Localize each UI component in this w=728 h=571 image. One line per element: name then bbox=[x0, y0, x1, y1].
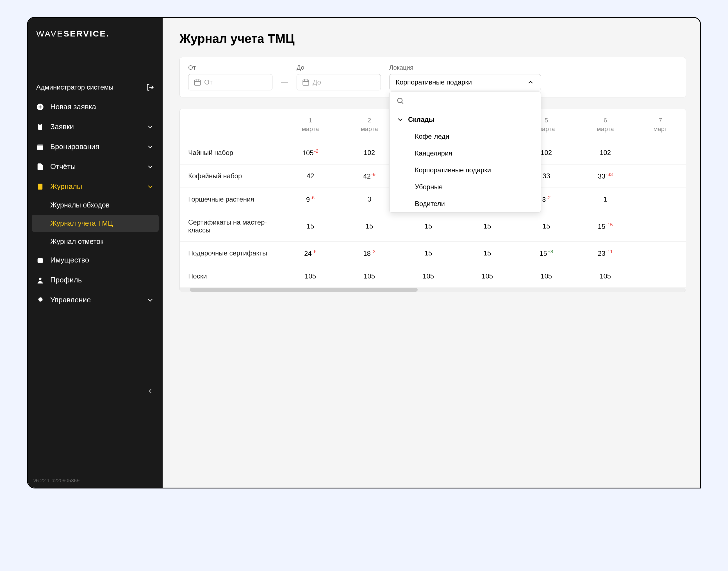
chevron-down-icon bbox=[146, 123, 154, 131]
location-label: Локация bbox=[389, 64, 541, 71]
to-placeholder: До bbox=[313, 78, 321, 86]
nav-label: Отчёты bbox=[50, 162, 76, 171]
cell-value: 1 bbox=[576, 188, 635, 211]
brand-logo: WAVESERVICE. bbox=[28, 18, 163, 50]
column-header: 6марта bbox=[576, 109, 635, 141]
horizontal-scrollbar[interactable] bbox=[180, 288, 686, 292]
cell-value: 15+8 bbox=[517, 241, 576, 265]
nav-label: Бронирования bbox=[50, 142, 99, 151]
dropdown-item[interactable]: Уборные bbox=[390, 179, 541, 195]
cell-value: 15 bbox=[458, 241, 517, 265]
cell-value bbox=[635, 211, 686, 241]
svg-rect-4 bbox=[37, 144, 43, 146]
nav-journals[interactable]: Журналы bbox=[28, 177, 163, 197]
nav-label: Журналы bbox=[50, 182, 82, 191]
to-date-input[interactable]: До bbox=[297, 74, 381, 90]
cell-value bbox=[635, 141, 686, 164]
clipboard-icon bbox=[36, 123, 44, 131]
cell-value: 42 bbox=[281, 164, 340, 188]
cell-value: 9-6 bbox=[281, 188, 340, 211]
svg-point-11 bbox=[398, 98, 402, 103]
cell-value: 105 bbox=[281, 265, 340, 288]
filters-panel: От От — До До Локация Корпоративные пода… bbox=[180, 57, 686, 97]
box-icon bbox=[36, 256, 44, 264]
row-name: Носки bbox=[180, 265, 281, 288]
dropdown-search[interactable] bbox=[390, 92, 541, 111]
nav-new-request[interactable]: Новая заявка bbox=[28, 97, 163, 117]
calendar-icon bbox=[302, 78, 310, 86]
cell-value bbox=[635, 241, 686, 265]
from-date-input[interactable]: От bbox=[188, 74, 273, 90]
svg-rect-5 bbox=[38, 184, 42, 190]
brand-part2: SERVICE. bbox=[64, 29, 110, 38]
nav-management[interactable]: Управление bbox=[28, 290, 163, 310]
column-header: 1марта bbox=[281, 109, 340, 141]
cell-value: 15 bbox=[458, 211, 517, 241]
gear-icon bbox=[36, 296, 44, 304]
version-label: v6.22.1 b220905369 bbox=[28, 474, 163, 488]
cell-value: 102 bbox=[576, 141, 635, 164]
calendar-icon bbox=[194, 78, 201, 86]
cell-value bbox=[635, 265, 686, 288]
svg-rect-9 bbox=[195, 80, 201, 85]
location-dropdown: Склады Кофе-ледиКанцелярияКорпоративные … bbox=[389, 92, 541, 213]
cell-value: 15-15 bbox=[576, 211, 635, 241]
chevron-down-icon bbox=[146, 143, 154, 151]
cell-value bbox=[635, 164, 686, 188]
cell-value: 18-3 bbox=[340, 241, 399, 265]
cell-value: 23-11 bbox=[576, 241, 635, 265]
nav-sub-tmc[interactable]: Журнал учета ТМЦ bbox=[32, 215, 159, 232]
cell-value: 15 bbox=[340, 211, 399, 241]
row-name: Сертификаты на мастер-классы bbox=[180, 211, 281, 241]
cell-value bbox=[635, 188, 686, 211]
table-row: Подарочные сертифакты24-618-3151515+823-… bbox=[180, 241, 686, 265]
nav-bookings[interactable]: Бронирования bbox=[28, 137, 163, 157]
nav-requests[interactable]: Заявки bbox=[28, 117, 163, 137]
nav-label: Управление bbox=[50, 296, 91, 304]
cell-value: 105 bbox=[458, 265, 517, 288]
document-icon bbox=[36, 163, 44, 171]
cell-value: 15 bbox=[517, 211, 576, 241]
cell-value: 15 bbox=[399, 211, 458, 241]
table-row: Носки105105105105105105 bbox=[180, 265, 686, 288]
cell-value: 15 bbox=[399, 241, 458, 265]
logout-icon[interactable] bbox=[146, 83, 154, 91]
chevron-down-icon bbox=[396, 116, 404, 123]
cell-value: 24-6 bbox=[281, 241, 340, 265]
cell-value: 105 bbox=[399, 265, 458, 288]
row-name: Горшечные растения bbox=[180, 188, 281, 211]
location-select[interactable]: Корпоративные подарки bbox=[389, 74, 541, 90]
plus-circle-icon bbox=[36, 103, 44, 111]
nav-reports[interactable]: Отчёты bbox=[28, 157, 163, 177]
to-label: До bbox=[297, 64, 381, 71]
nav-assets[interactable]: Имущество bbox=[28, 250, 163, 270]
nav-label: Профиль bbox=[50, 276, 82, 284]
dropdown-item[interactable]: Корпоративные подарки bbox=[390, 162, 541, 179]
cell-value: 33-33 bbox=[576, 164, 635, 188]
user-role-label: Администратор системы bbox=[36, 83, 113, 91]
main-content: Журнал учета ТМЦ От От — До До Локация bbox=[163, 18, 700, 488]
dropdown-item[interactable]: Водители bbox=[390, 195, 541, 212]
chevron-down-icon bbox=[146, 296, 154, 304]
cell-value: 105 bbox=[576, 265, 635, 288]
dropdown-group-label: Склады bbox=[408, 116, 434, 123]
cell-value: 105 bbox=[517, 265, 576, 288]
svg-point-7 bbox=[39, 277, 41, 280]
collapse-sidebar[interactable] bbox=[28, 384, 163, 400]
from-label: От bbox=[188, 64, 273, 71]
scrollbar-thumb[interactable] bbox=[190, 288, 418, 292]
calendar-icon bbox=[36, 143, 44, 151]
dropdown-group-toggle[interactable]: Склады bbox=[390, 111, 541, 128]
dropdown-item[interactable]: Кофе-леди bbox=[390, 128, 541, 145]
dropdown-item[interactable]: Канцелярия bbox=[390, 145, 541, 162]
brand-part1: WAVE bbox=[36, 29, 64, 38]
chevron-down-icon bbox=[146, 163, 154, 171]
chevron-left-icon bbox=[146, 387, 154, 395]
nav-sub-rounds[interactable]: Журналы обходов bbox=[28, 197, 163, 214]
nav-profile[interactable]: Профиль bbox=[28, 270, 163, 290]
svg-rect-6 bbox=[38, 258, 43, 263]
nav-sub-marks[interactable]: Журнал отметок bbox=[28, 233, 163, 250]
svg-rect-2 bbox=[39, 123, 41, 125]
sidebar: WAVESERVICE. Администратор системы Новая… bbox=[28, 18, 163, 488]
column-header: 7март bbox=[635, 109, 686, 141]
